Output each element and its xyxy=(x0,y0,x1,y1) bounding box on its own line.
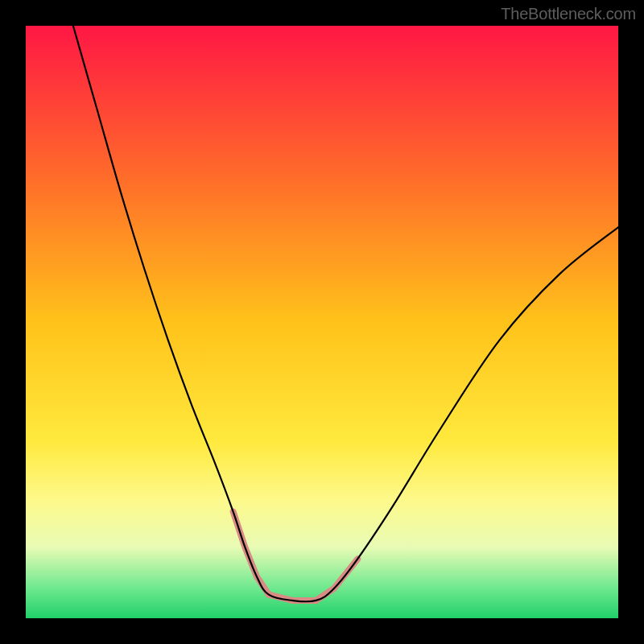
plot-svg xyxy=(26,26,618,618)
plot-area xyxy=(26,26,618,618)
gradient-background xyxy=(26,26,618,618)
chart-frame: TheBottleneck.com xyxy=(0,0,644,644)
watermark-text: TheBottleneck.com xyxy=(501,5,636,23)
